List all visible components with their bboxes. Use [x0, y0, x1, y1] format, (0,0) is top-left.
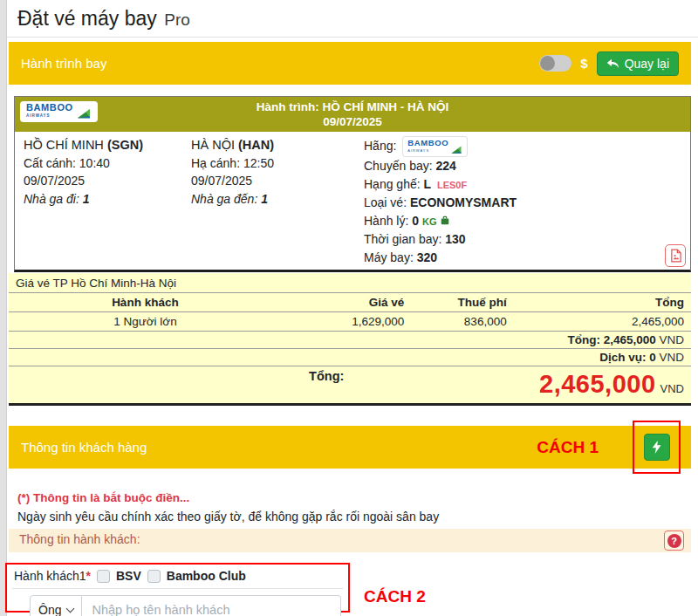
service-line: Dịch vụ: 0 VND: [9, 349, 691, 366]
passenger-header-row: Hành khách1* BSV Bamboo Club: [12, 568, 343, 589]
currency-toggle[interactable]: [539, 55, 571, 72]
subtotal-label: Tổng:: [567, 333, 599, 346]
airline-mini-logo: BAMBOO AIRWAYS: [402, 136, 468, 157]
title-select-value: Ông: [38, 603, 61, 616]
cach1-annotation: CÁCH 1: [537, 438, 599, 457]
pdf-file-icon: [670, 249, 681, 263]
departure-terminal: 1: [83, 192, 90, 206]
duration-label: Thời gian bay:: [364, 232, 441, 246]
duration: 130: [445, 232, 465, 246]
col-total: Tổng: [514, 293, 691, 312]
passenger-name-input[interactable]: [82, 595, 341, 616]
baggage-icon: [440, 216, 450, 226]
subtotal-value: 2,465,000: [604, 333, 656, 346]
brand-subtitle: AIRWAYS: [26, 112, 73, 120]
aircraft: 320: [417, 250, 437, 264]
departure-city: HỒ CHÍ MINH: [24, 138, 104, 152]
departure-date: 09/07/2025: [24, 172, 191, 190]
page-header: Đặt vé máy bay Pro: [7, 0, 698, 38]
flight-number: 224: [436, 159, 456, 173]
bsv-checkbox-label: BSV: [116, 569, 141, 583]
cell-passenger: 1 Người lớn: [9, 312, 282, 332]
cach2-highlight-box: Hành khách1* BSV Bamboo Club Ông: [5, 563, 350, 613]
fare-data-row: 1 Người lớn 1,629,000 836,000 2,465,000: [9, 312, 691, 332]
passenger-info-bar: Thông tin hành khách: ?: [9, 529, 691, 552]
departure-time: Cất cánh: 10:40: [24, 154, 191, 173]
cach2-annotation: CÁCH 2: [364, 587, 426, 606]
grand-total-unit: VND: [660, 382, 684, 395]
customer-section-title: Thông tin khách hàng: [21, 440, 147, 455]
grand-total-label: Tổng:: [309, 369, 344, 383]
flight-info-column: Hãng: BAMBOO AIRWAYS Chuyến bay: [364, 136, 681, 266]
route-date: 09/07/2025: [323, 114, 382, 129]
help-button[interactable]: ?: [664, 530, 684, 551]
toggle-knob-icon: [540, 56, 555, 71]
departure-column: HỒ CHÍ MINH (SGN) Cất cánh: 10:40 09/07/…: [24, 136, 191, 266]
baggage-label: Hành lý:: [364, 214, 408, 228]
customer-section-bar: Thông tin khách hàng CÁCH 1: [9, 426, 691, 469]
arrival-column: HÀ NỘI (HAN) Hạ cánh: 12:50 09/07/2025 N…: [191, 136, 364, 266]
bamboo-wing-icon: [450, 145, 462, 154]
airline-label: Hãng:: [364, 139, 396, 153]
ticket-type-label: Loại vé:: [364, 195, 407, 209]
seat-class-label: Hạng ghế:: [364, 177, 421, 191]
subtotal-unit: VND: [659, 333, 684, 346]
passenger-input-row: Ông: [30, 595, 343, 616]
col-fare: Giá vé: [282, 293, 412, 312]
booking-page: Đặt vé máy bay Pro Hành trình bay $ Quay…: [0, 0, 698, 616]
fare-basis-code: LES0F: [437, 180, 467, 190]
bsv-checkbox[interactable]: [97, 570, 110, 583]
lightning-icon: [652, 440, 662, 455]
grand-total-row: Tổng: 2,465,000 VND: [9, 366, 691, 403]
cach1-highlight-box: [633, 421, 681, 474]
service-unit: VND: [659, 351, 684, 364]
arrival-time: Hạ cánh: 12:50: [191, 154, 364, 173]
bamboo-club-checkbox[interactable]: [147, 570, 161, 583]
page-left-margin: [0, 0, 7, 616]
brand-name: BAMBOO: [26, 104, 73, 112]
question-mark-icon: ?: [667, 534, 681, 548]
dollar-icon: $: [580, 56, 587, 71]
cell-total: 2,465,000: [514, 312, 691, 332]
dob-note: Ngày sinh yêu cầu chính xác theo giấy tờ…: [17, 510, 698, 524]
chevron-down-icon: [66, 604, 75, 613]
bamboo-club-checkbox-label: Bamboo Club: [167, 569, 246, 583]
notes-block: (*) Thông tin là bắt buộc điền... Ngày s…: [17, 491, 698, 524]
required-note: (*) Thông tin là bắt buộc điền...: [17, 491, 698, 504]
passenger-label: Hành khách1*: [14, 569, 91, 583]
route-value: HỒ CHÍ MINH - HÀ NỘI: [323, 100, 449, 113]
arrival-code: (HAN): [238, 138, 274, 152]
baggage-amount: 0: [412, 214, 419, 228]
aircraft-label: Máy bay:: [364, 250, 414, 264]
arrival-date: 09/07/2025: [191, 172, 364, 190]
baggage-unit: KG: [422, 216, 437, 227]
page-title-suffix: Pro: [164, 10, 190, 29]
fare-caption: Giá vé TP Hồ Chí Minh-Hà Nội: [9, 273, 691, 293]
cell-tax: 836,000: [411, 312, 513, 332]
seat-class: L: [424, 177, 432, 191]
departure-code: (SGN): [107, 138, 143, 152]
back-button-label: Quay lại: [625, 57, 669, 71]
export-pdf-button[interactable]: [665, 244, 686, 267]
back-button[interactable]: Quay lại: [597, 51, 679, 76]
flight-card: BAMBOO AIRWAYS Hành trình: HỒ CHÍ MINH -…: [14, 96, 691, 272]
passenger-form-area: Hành khách1* BSV Bamboo Club Ông CÁCH 2: [7, 563, 698, 613]
flight-number-label: Chuyến bay:: [364, 159, 433, 173]
page-title: Đặt vé máy bay: [17, 7, 157, 30]
arrival-city: HÀ NỘI: [191, 138, 235, 152]
required-asterisk: *: [86, 569, 91, 583]
flight-card-body: HỒ CHÍ MINH (SGN) Cất cánh: 10:40 09/07/…: [15, 132, 690, 270]
service-value: 0: [649, 351, 656, 364]
title-select[interactable]: Ông: [30, 595, 82, 616]
bamboo-wing-icon: [76, 107, 92, 120]
quick-fill-button[interactable]: [644, 434, 670, 461]
passenger-info-title: Thông tin hành khách:: [19, 532, 140, 546]
itinerary-section-bar: Hành trình bay $ Quay lại: [9, 42, 691, 85]
itinerary-section-title: Hành trình bay: [21, 56, 106, 71]
cell-fare: 1,629,000: [282, 312, 412, 332]
fare-table: Hành khách Giá vé Thuế phí Tổng 1 Người …: [9, 293, 691, 332]
flight-card-header: BAMBOO AIRWAYS Hành trình: HỒ CHÍ MINH -…: [15, 97, 690, 132]
col-passenger: Hành khách: [9, 293, 282, 312]
bamboo-airways-logo: BAMBOO AIRWAYS: [20, 101, 98, 122]
service-label: Dịch vụ:: [599, 351, 646, 364]
